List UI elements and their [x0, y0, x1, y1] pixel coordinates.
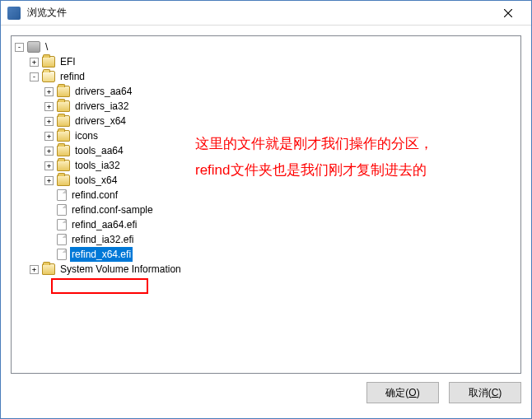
- tree-file[interactable]: refind_ia32.efi: [13, 232, 519, 247]
- tree-folder[interactable]: + drivers_ia32: [13, 99, 519, 114]
- folder-closed-icon: [57, 115, 70, 127]
- expander-icon[interactable]: +: [44, 147, 54, 156]
- tree-folder-refind[interactable]: - refind: [13, 69, 519, 84]
- folder-closed-icon: [42, 56, 55, 68]
- file-icon: [57, 189, 67, 201]
- expander-icon[interactable]: +: [44, 176, 54, 185]
- tree-file-selected[interactable]: refind_x64.efi: [13, 247, 519, 262]
- button-row: 确定(O) 取消(C): [11, 382, 521, 408]
- expander-icon[interactable]: +: [44, 87, 54, 96]
- tree-label: refind_aa64.efi: [70, 217, 138, 232]
- titlebar: 浏览文件: [1, 1, 531, 26]
- app-icon: [7, 7, 21, 20]
- tree-label: EFI: [58, 54, 77, 69]
- tree-panel[interactable]: - \ + EFI - refind + drivers_aa64 +: [11, 35, 521, 374]
- ok-button[interactable]: 确定(O): [366, 382, 439, 403]
- titlebar-text: 浏览文件: [27, 6, 492, 20]
- file-icon: [57, 219, 67, 230]
- tree-file[interactable]: refind.conf-sample: [13, 203, 519, 217]
- tree-label: refind.conf: [70, 188, 119, 203]
- file-icon: [57, 234, 67, 245]
- tree-folder-efi[interactable]: + EFI: [13, 54, 519, 69]
- expander-icon[interactable]: -: [15, 43, 24, 52]
- folder-closed-icon: [57, 130, 70, 142]
- tree-label: tools_aa64: [73, 143, 125, 158]
- close-button[interactable]: [492, 2, 525, 25]
- tree-label: \: [44, 40, 49, 54]
- tree-label: refind: [58, 69, 86, 84]
- folder-closed-icon: [42, 263, 55, 275]
- tree-label: tools_x64: [73, 173, 119, 188]
- folder-closed-icon: [57, 160, 70, 171]
- drive-icon: [27, 41, 40, 53]
- tree-root[interactable]: - \: [13, 40, 519, 54]
- tree-label: refind_x64.efi: [70, 247, 133, 262]
- tree-label: refind_ia32.efi: [70, 232, 135, 247]
- annotation-text: 这里的文件就是刚才我们操作的分区， refind文件夹也是我们刚才复制进去的: [195, 131, 433, 184]
- tree-label: drivers_ia32: [73, 99, 130, 114]
- folder-closed-icon: [57, 175, 70, 186]
- tree-file[interactable]: refind_aa64.efi: [13, 217, 519, 232]
- close-icon: [504, 9, 512, 17]
- expander-icon[interactable]: +: [44, 161, 54, 170]
- folder-closed-icon: [57, 145, 70, 156]
- expander-icon[interactable]: +: [44, 117, 54, 126]
- tree-label: tools_ia32: [73, 158, 122, 173]
- folder-open-icon: [42, 71, 55, 82]
- tree-folder-svi[interactable]: + System Volume Information: [13, 262, 519, 277]
- tree-label: refind.conf-sample: [70, 203, 155, 217]
- cancel-button[interactable]: 取消(C): [449, 382, 521, 403]
- folder-closed-icon: [57, 86, 70, 97]
- annotation-line: 这里的文件就是刚才我们操作的分区，: [195, 131, 433, 157]
- annotation-line: refind文件夹也是我们刚才复制进去的: [195, 157, 433, 184]
- folder-closed-icon: [57, 100, 70, 112]
- expander-icon[interactable]: +: [30, 265, 39, 274]
- file-icon: [57, 249, 67, 260]
- expander-icon[interactable]: +: [44, 102, 54, 111]
- expander-icon[interactable]: -: [30, 72, 39, 81]
- browse-file-dialog: 浏览文件 - \ + EFI - refind +: [0, 0, 532, 419]
- tree-file[interactable]: refind.conf: [13, 188, 519, 203]
- tree-label: drivers_x64: [73, 114, 128, 128]
- expander-icon[interactable]: +: [30, 58, 39, 67]
- dialog-content: - \ + EFI - refind + drivers_aa64 +: [1, 26, 531, 418]
- tree-label: drivers_aa64: [73, 84, 133, 99]
- tree-folder[interactable]: + drivers_x64: [13, 114, 519, 128]
- tree-folder[interactable]: + drivers_aa64: [13, 84, 519, 99]
- tree-label: icons: [73, 128, 100, 143]
- tree-label: System Volume Information: [58, 262, 183, 277]
- expander-icon[interactable]: +: [44, 132, 54, 141]
- file-icon: [57, 204, 67, 216]
